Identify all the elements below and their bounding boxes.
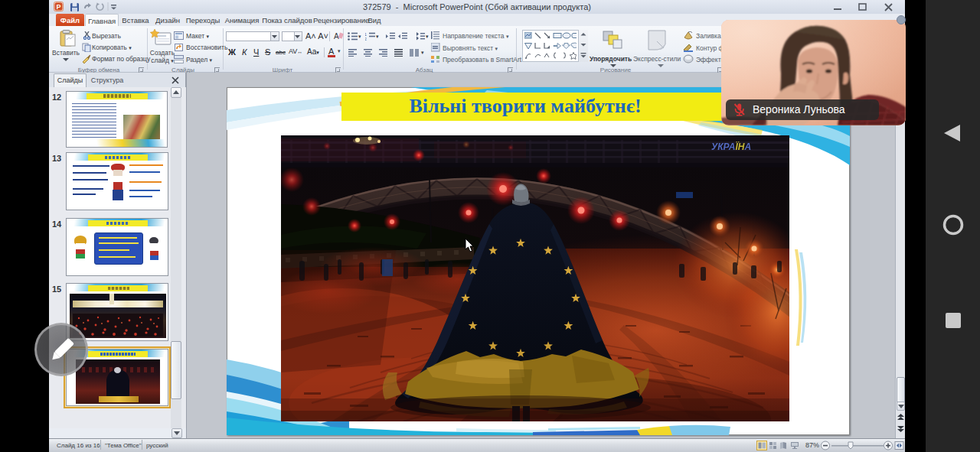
svg-text:A: A — [334, 32, 339, 41]
svg-text:P: P — [56, 3, 60, 11]
svg-text:УКРАЇНА: УКРАЇНА — [711, 141, 751, 152]
svg-text:2: 2 — [365, 37, 367, 41]
